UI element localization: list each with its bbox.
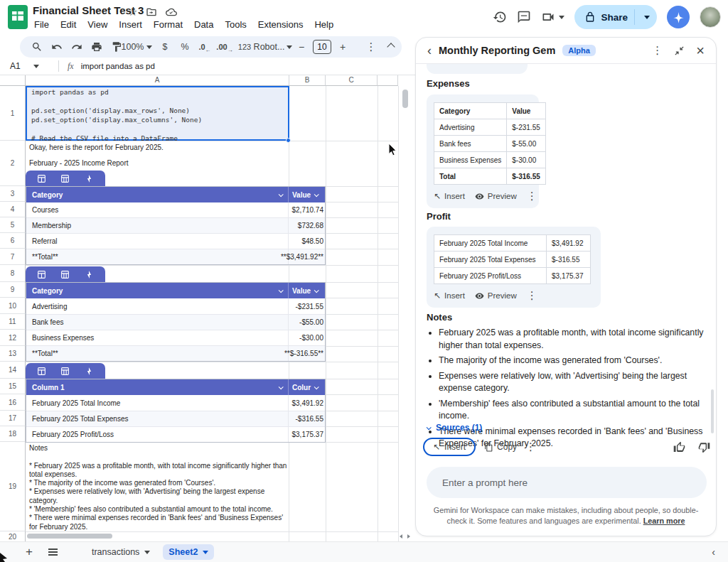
close-icon[interactable]: × xyxy=(696,43,705,58)
flash-icon[interactable] xyxy=(85,174,94,183)
menu-extensions[interactable]: Extensions xyxy=(252,17,309,32)
table-row[interactable]: Business Expenses-$30.00 xyxy=(26,330,325,345)
version-history-icon[interactable] xyxy=(493,10,507,24)
more-formats-button[interactable]: 123 xyxy=(236,38,253,55)
increase-font-size-button[interactable]: + xyxy=(334,38,351,55)
sheet-table-expenses[interactable]: Category Value Advertising-$231.55 Bank … xyxy=(26,282,326,362)
flash-icon[interactable] xyxy=(85,270,94,279)
row-header[interactable]: 18 xyxy=(0,426,26,442)
row-header[interactable]: 11 xyxy=(0,314,26,330)
table-chip-bar[interactable] xyxy=(26,363,105,379)
row-header[interactable]: 2 xyxy=(0,141,26,186)
table-row[interactable]: Bank fees-$55.00 xyxy=(26,314,325,330)
table-chip-bar[interactable] xyxy=(26,266,105,282)
row-header[interactable]: 16 xyxy=(0,394,26,411)
table-row[interactable]: **Total****$3,491.92** xyxy=(26,249,325,264)
share-dropdown-icon[interactable] xyxy=(644,16,650,19)
zoom-select[interactable]: 100% xyxy=(128,38,145,55)
more-options-icon[interactable]: ⋮ xyxy=(652,44,663,57)
user-avatar[interactable] xyxy=(700,6,721,28)
print-button[interactable] xyxy=(88,38,105,55)
insert-button[interactable]: ↖Insert xyxy=(434,291,465,301)
spreadsheet-grid[interactable]: A B C 1 2 3 4 5 6 7 8 9 10 11 12 13 14 1… xyxy=(0,75,415,541)
row-header[interactable]: 10 xyxy=(0,298,26,314)
row-header[interactable]: 15 xyxy=(0,379,26,394)
table-row[interactable]: February 2025 Total Income$3,491.92 xyxy=(26,395,325,411)
row-header[interactable]: 20 xyxy=(0,531,26,541)
increase-decimal-button[interactable]: .00→ xyxy=(216,38,233,55)
sources-toggle[interactable]: Sources (1) xyxy=(427,423,482,433)
flash-icon[interactable] xyxy=(85,367,94,376)
back-icon[interactable]: ‹ xyxy=(427,44,432,57)
format-currency-button[interactable]: $ xyxy=(156,38,173,55)
chevron-down-icon[interactable] xyxy=(314,288,319,293)
table-icon[interactable] xyxy=(37,270,46,279)
row-header[interactable]: 14 xyxy=(0,362,26,379)
fill-handle[interactable] xyxy=(286,138,291,143)
search-button[interactable] xyxy=(28,38,46,55)
table-header-row[interactable]: Category Value xyxy=(26,187,325,202)
menu-edit[interactable]: Edit xyxy=(55,17,82,32)
sheets-logo-icon[interactable] xyxy=(8,5,28,29)
row-header[interactable]: 19 xyxy=(0,442,26,531)
table-row[interactable]: Membership$732.68 xyxy=(26,217,325,233)
undo-button[interactable] xyxy=(48,38,65,55)
scroll-right-icon[interactable] xyxy=(407,534,410,539)
column-header-a[interactable]: A xyxy=(26,75,289,86)
row-header[interactable]: 17 xyxy=(0,411,26,426)
cell-a2-text[interactable]: February - 2025 Income Report xyxy=(29,159,129,167)
thumbs-up-icon[interactable] xyxy=(673,441,685,453)
vertical-scrollbar[interactable] xyxy=(402,90,408,108)
decrease-font-size-button[interactable]: − xyxy=(293,38,310,55)
more-options-icon[interactable]: ⋮ xyxy=(525,441,536,453)
table-header-row[interactable]: Column 1 Colur xyxy=(26,379,325,395)
row-header[interactable]: 12 xyxy=(0,330,26,346)
horizontal-scrollbar[interactable] xyxy=(27,534,112,539)
sheet-tab-transactions[interactable]: transactions xyxy=(86,544,156,560)
font-size-input[interactable] xyxy=(313,40,331,54)
row-header[interactable]: 9 xyxy=(0,282,26,298)
menu-insert[interactable]: Insert xyxy=(113,17,148,32)
learn-more-link[interactable]: Learn more xyxy=(643,517,685,525)
select-all-corner[interactable] xyxy=(0,75,26,86)
table-icon[interactable] xyxy=(37,367,46,376)
menu-help[interactable]: Help xyxy=(309,17,339,32)
row-header[interactable]: 6 xyxy=(0,233,26,249)
table-row[interactable]: Referral$48.50 xyxy=(26,233,325,249)
menu-data[interactable]: Data xyxy=(188,17,219,32)
table-header-row[interactable]: Category Value xyxy=(26,283,325,298)
table-row[interactable]: February 2025 Total Expenses-$316.55 xyxy=(26,411,325,426)
table-convert-icon[interactable] xyxy=(60,367,70,376)
formula-input[interactable]: import pandas as pd xyxy=(81,62,155,70)
row-header[interactable]: 13 xyxy=(0,346,26,362)
move-folder-icon[interactable] xyxy=(146,6,157,18)
chevron-down-icon[interactable] xyxy=(279,288,284,293)
table-row[interactable]: Courses$2,710.74 xyxy=(26,202,325,217)
chevron-down-icon[interactable] xyxy=(279,384,284,389)
collapse-sidebar-icon[interactable]: ‹ xyxy=(712,546,715,558)
menu-format[interactable]: Format xyxy=(148,17,188,32)
insert-response-button[interactable]: ↖Insert xyxy=(423,438,476,456)
name-box[interactable]: A1 xyxy=(0,61,58,71)
cell-a19-notes[interactable]: Notes * February 2025 was a profitable m… xyxy=(29,444,291,531)
row-header[interactable]: 7 xyxy=(0,249,26,265)
more-options-icon[interactable]: ⋮ xyxy=(527,190,537,202)
preview-button[interactable]: Preview xyxy=(475,192,517,201)
table-row[interactable]: **Total****$-316.55** xyxy=(26,345,325,361)
table-row[interactable]: February 2025 Profit/Loss$3,175.37 xyxy=(26,426,325,442)
cell-a2-text[interactable]: Okay, here is the report for February 20… xyxy=(29,144,164,151)
copy-button[interactable]: Copy xyxy=(484,442,517,452)
comments-icon[interactable] xyxy=(517,10,531,24)
more-toolbar-options-button[interactable]: ⋮ xyxy=(363,38,380,55)
cloud-saved-icon[interactable] xyxy=(166,6,177,18)
column-header-c[interactable]: C xyxy=(326,75,378,86)
share-button[interactable]: Share xyxy=(574,5,657,29)
thumbs-down-icon[interactable] xyxy=(698,441,710,453)
video-call-button[interactable] xyxy=(541,10,564,24)
chevron-down-icon[interactable] xyxy=(314,192,319,197)
row-header[interactable]: 1 xyxy=(0,86,26,141)
menu-file[interactable]: File xyxy=(28,17,55,32)
menu-tools[interactable]: Tools xyxy=(219,17,252,32)
font-select[interactable]: Robot... xyxy=(264,38,282,55)
collapse-toolbar-button[interactable] xyxy=(382,38,400,55)
